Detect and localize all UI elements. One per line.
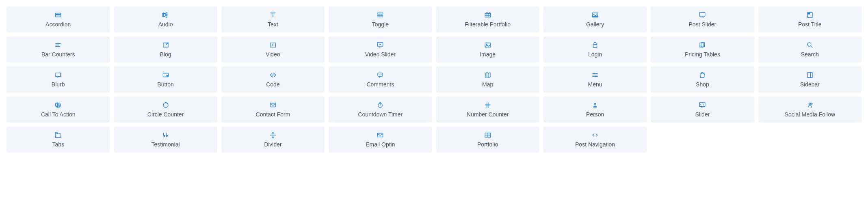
module-card-pricing-tables[interactable]: Pricing Tables bbox=[651, 37, 754, 62]
module-card-image[interactable]: Image bbox=[436, 37, 539, 62]
bar-counters-icon bbox=[54, 41, 62, 49]
module-card-post-slider[interactable]: Post Slider bbox=[651, 6, 754, 32]
post-navigation-icon bbox=[591, 131, 599, 139]
post-title-icon bbox=[806, 11, 814, 19]
module-label: Social Media Follow bbox=[785, 111, 836, 118]
module-card-video-slider[interactable]: Video Slider bbox=[329, 37, 432, 62]
module-label: Email Optin bbox=[366, 141, 395, 148]
module-card-menu[interactable]: Menu bbox=[543, 67, 647, 92]
gallery-icon bbox=[591, 11, 599, 19]
module-card-testimonial[interactable]: Testimonial bbox=[114, 127, 217, 153]
module-card-gallery[interactable]: Gallery bbox=[543, 6, 647, 32]
module-card-video[interactable]: Video bbox=[221, 37, 325, 62]
module-label: Divider bbox=[264, 141, 282, 148]
module-label: Shop bbox=[696, 81, 709, 88]
module-card-comments[interactable]: Comments bbox=[329, 67, 432, 92]
module-card-toggle[interactable]: Toggle bbox=[329, 6, 432, 32]
module-label: Number Counter bbox=[467, 111, 509, 118]
call-to-action-icon bbox=[54, 101, 62, 109]
module-label: Slider bbox=[695, 111, 710, 118]
module-card-text[interactable]: Text bbox=[221, 6, 325, 32]
image-icon bbox=[484, 41, 491, 49]
number-counter-icon bbox=[484, 101, 491, 109]
accordion-icon bbox=[54, 11, 62, 19]
module-label: Accordion bbox=[45, 21, 71, 28]
module-label: Sidebar bbox=[800, 81, 820, 88]
module-label: Audio bbox=[158, 21, 173, 28]
module-card-accordion[interactable]: Accordion bbox=[6, 6, 110, 32]
email-optin-icon bbox=[377, 131, 384, 139]
module-label: Toggle bbox=[372, 21, 389, 28]
module-card-tabs[interactable]: Tabs bbox=[6, 127, 110, 153]
module-card-sidebar[interactable]: Sidebar bbox=[758, 67, 862, 92]
module-card-search[interactable]: Search bbox=[758, 37, 862, 62]
module-label: Comments bbox=[366, 81, 394, 88]
module-card-contact-form[interactable]: Contact Form bbox=[221, 97, 325, 123]
module-card-countdown-timer[interactable]: Countdown Timer bbox=[329, 97, 432, 123]
filterable-portfolio-icon bbox=[484, 11, 491, 19]
shop-icon bbox=[699, 71, 706, 79]
module-label: Portfolio bbox=[477, 141, 498, 148]
module-card-circle-counter[interactable]: Circle Counter bbox=[114, 97, 217, 123]
module-label: Call To Action bbox=[41, 111, 76, 118]
module-card-person[interactable]: Person bbox=[543, 97, 647, 123]
module-label: Video bbox=[266, 51, 280, 58]
module-card-code[interactable]: Code bbox=[221, 67, 325, 92]
module-label: Testimonial bbox=[152, 141, 180, 148]
module-card-shop[interactable]: Shop bbox=[651, 67, 754, 92]
module-card-post-title[interactable]: Post Title bbox=[758, 6, 862, 32]
module-label: Blog bbox=[160, 51, 171, 58]
countdown-timer-icon bbox=[377, 101, 384, 109]
module-label: Pricing Tables bbox=[685, 51, 720, 58]
module-card-number-counter[interactable]: Number Counter bbox=[436, 97, 539, 123]
module-card-login[interactable]: Login bbox=[543, 37, 647, 62]
module-label: Circle Counter bbox=[147, 111, 184, 118]
module-label: Text bbox=[268, 21, 278, 28]
button-icon bbox=[162, 71, 169, 79]
module-card-blog[interactable]: Blog bbox=[114, 37, 217, 62]
module-label: Search bbox=[801, 51, 819, 58]
module-card-email-optin[interactable]: Email Optin bbox=[329, 127, 432, 153]
pricing-tables-icon bbox=[699, 41, 706, 49]
module-label: Bar Counters bbox=[41, 51, 75, 58]
module-card-portfolio[interactable]: Portfolio bbox=[436, 127, 539, 153]
module-card-map[interactable]: Map bbox=[436, 67, 539, 92]
module-label: Code bbox=[266, 81, 279, 88]
search-icon bbox=[806, 41, 814, 49]
menu-icon bbox=[591, 71, 599, 79]
module-label: Gallery bbox=[586, 21, 604, 28]
module-card-call-to-action[interactable]: Call To Action bbox=[6, 97, 110, 123]
module-label: Map bbox=[482, 81, 493, 88]
testimonial-icon bbox=[162, 131, 169, 139]
module-label: Post Navigation bbox=[575, 141, 615, 148]
module-card-filterable-portfolio[interactable]: Filterable Portfolio bbox=[436, 6, 539, 32]
module-card-button[interactable]: Button bbox=[114, 67, 217, 92]
blog-icon bbox=[162, 41, 169, 49]
tabs-icon bbox=[54, 131, 62, 139]
video-icon bbox=[269, 41, 277, 49]
post-slider-icon bbox=[699, 11, 706, 19]
module-card-post-navigation[interactable]: Post Navigation bbox=[543, 127, 647, 153]
module-label: Button bbox=[157, 81, 173, 88]
module-card-slider[interactable]: Slider bbox=[651, 97, 754, 123]
module-label: Blurb bbox=[52, 81, 65, 88]
module-label: Countdown Timer bbox=[358, 111, 403, 118]
module-label: Tabs bbox=[52, 141, 64, 148]
sidebar-icon bbox=[806, 71, 814, 79]
module-label: Post Title bbox=[798, 21, 822, 28]
module-label: Post Slider bbox=[689, 21, 716, 28]
toggle-icon bbox=[377, 11, 384, 19]
modules-grid: AccordionAudioTextToggleFilterable Portf… bbox=[6, 6, 862, 153]
module-card-social-media-follow[interactable]: Social Media Follow bbox=[758, 97, 862, 123]
module-label: Image bbox=[480, 51, 496, 58]
module-label: Login bbox=[588, 51, 602, 58]
module-card-blurb[interactable]: Blurb bbox=[6, 67, 110, 92]
module-card-audio[interactable]: Audio bbox=[114, 6, 217, 32]
code-icon bbox=[269, 71, 277, 79]
module-card-bar-counters[interactable]: Bar Counters bbox=[6, 37, 110, 62]
module-label: Person bbox=[586, 111, 604, 118]
video-slider-icon bbox=[377, 41, 384, 49]
module-card-divider[interactable]: Divider bbox=[221, 127, 325, 153]
audio-icon bbox=[162, 11, 169, 19]
portfolio-icon bbox=[484, 131, 491, 139]
